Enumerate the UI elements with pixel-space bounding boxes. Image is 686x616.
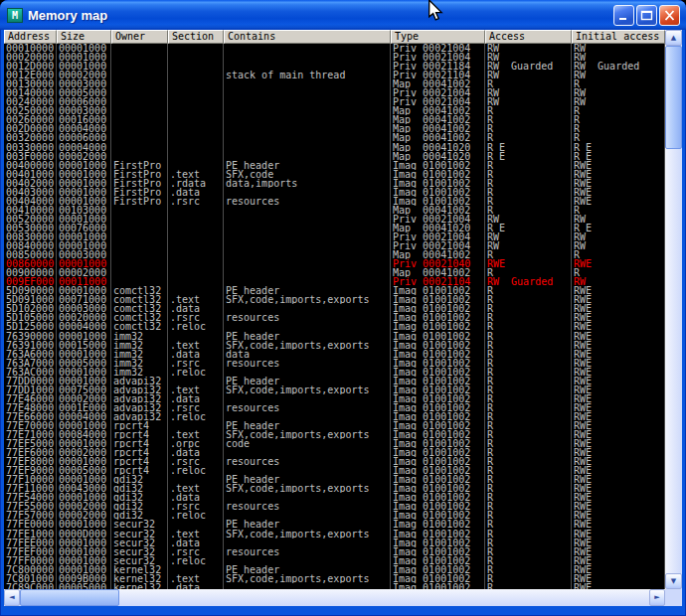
memory-row-77DD1000[interactable]: 77DD100000075000advapi32.textSFX,code,im… <box>4 385 665 394</box>
cell-access: RW <box>485 97 572 106</box>
memory-row-009EF000[interactable]: 009EF00000011000Priv 00021104RW GuardedR… <box>4 277 665 286</box>
memory-row-77FF0000[interactable]: 77FF000000001000secur32.relocImag 010010… <box>4 556 665 565</box>
memory-row-77FE0000[interactable]: 77FE000000001000secur32PE headerImag 010… <box>4 520 665 529</box>
memory-row-77E70000[interactable]: 77E7000000001000rpcrt4PE headerImag 0100… <box>4 421 665 430</box>
cell-access: R <box>485 332 572 341</box>
column-header-access[interactable]: Access <box>485 30 572 44</box>
cell-section <box>168 232 224 241</box>
cell-type: Imag 01001002 <box>391 484 485 493</box>
cell-access: R <box>485 457 572 466</box>
memory-row-7C801000[interactable]: 7C8010000009B000kernel32.textSFX,code,im… <box>4 574 665 583</box>
memory-row-5D090000[interactable]: 5D09000000001000comctl32PE headerImag 01… <box>4 286 665 295</box>
minimize-button[interactable] <box>613 5 634 26</box>
memory-row-00020000[interactable]: 0002000000001000Priv 00021004RWRW <box>4 53 665 62</box>
maximize-button[interactable] <box>636 5 657 26</box>
memory-row-00250000[interactable]: 0025000000003000Map 00041002RR <box>4 106 665 115</box>
memory-row-77EF5000[interactable]: 77EF500000001000rpcrt4.orpccodeImag 0100… <box>4 439 665 448</box>
cell-section <box>168 215 224 224</box>
memory-row-77F57000[interactable]: 77F5700000002000gdi32.relocImag 01001002… <box>4 511 665 520</box>
cell-access: R <box>485 421 572 430</box>
cell-owner: comctl32 <box>111 304 168 313</box>
cell-initial: RWE <box>572 197 665 206</box>
memory-row-77EF9000[interactable]: 77EF900000005000rpcrt4.relocImag 0100100… <box>4 466 665 475</box>
memory-row-00403000[interactable]: 0040300000001000FirstPro.dataImag 010010… <box>4 188 665 197</box>
memory-row-77E71000[interactable]: 77E7100000084000rpcrt4.textSFX,code,impo… <box>4 430 665 439</box>
cell-contains: SFX,code,imports,exports <box>224 430 391 439</box>
memory-row-00330000[interactable]: 0033000000004000Map 00041020R ER E <box>4 143 665 152</box>
memory-row-00400000[interactable]: 0040000000001000FirstProPE headerImag 01… <box>4 161 665 170</box>
memory-row-00840000[interactable]: 0084000000001000Priv 00021004RWRW <box>4 241 665 250</box>
memory-row-77E48000[interactable]: 77E480000001E000advapi32.rsrcresourcesIm… <box>4 403 665 412</box>
memory-row-7C800000[interactable]: 7C80000000001000kernel32PE headerImag 01… <box>4 565 665 574</box>
memory-row-00404000[interactable]: 0040400000001000FirstPro.rsrcresourcesIm… <box>4 197 665 206</box>
cell-owner: gdi32 <box>111 484 168 493</box>
column-header-address[interactable]: Address <box>4 30 57 44</box>
memory-row-763AC000[interactable]: 763AC00000001000imm32.relocImag 01001002… <box>4 368 665 377</box>
memory-row-00410000[interactable]: 0041000000103000Map 00041002RR <box>4 206 665 215</box>
memory-row-00860000[interactable]: 0086000000001000Priv 00021040RWERWE <box>4 259 665 268</box>
memory-row-77F11000[interactable]: 77F1100000043000gdi32.textSFX,code,impor… <box>4 484 665 493</box>
column-header-initial[interactable]: Initial access <box>572 30 665 44</box>
memory-row-77E66000[interactable]: 77E6600000004000advapi32.relocImag 01001… <box>4 412 665 421</box>
memory-row-76390000[interactable]: 7639000000001000imm32PE headerImag 01001… <box>4 332 665 341</box>
column-header-contains[interactable]: Contains <box>224 30 391 44</box>
memory-row-00900000[interactable]: 0090000000002000Map 00041002RR <box>4 268 665 277</box>
scroll-up-arrow[interactable]: ▲ <box>665 30 682 46</box>
memory-row-77F55000[interactable]: 77F5500000002000gdi32.rsrcresourcesImag … <box>4 502 665 511</box>
scroll-right-arrow[interactable]: ► <box>649 589 665 606</box>
memory-row-00830000[interactable]: 0083000000001000Priv 00021004RWRW <box>4 232 665 241</box>
column-header-type[interactable]: Type <box>391 30 485 44</box>
memory-row-77F54000[interactable]: 77F5400000001000gdi32.dataImag 01001002R… <box>4 493 665 502</box>
cell-owner <box>111 268 168 277</box>
cell-size: 00001000 <box>57 259 111 268</box>
memory-row-77DD0000[interactable]: 77DD000000001000advapi32PE headerImag 01… <box>4 377 665 385</box>
memory-row-77EF6000[interactable]: 77EF600000002000rpcrt4.dataImag 01001002… <box>4 448 665 457</box>
scroll-left-arrow[interactable]: ◄ <box>4 589 20 606</box>
memory-row-00140000[interactable]: 0014000000005000Priv 00021004RWRW <box>4 88 665 97</box>
cell-access: R E <box>485 152 572 161</box>
column-header-owner[interactable]: Owner <box>111 30 168 44</box>
column-header-section[interactable]: Section <box>168 30 224 44</box>
cell-initial: RWE <box>572 448 665 457</box>
memory-row-00401000[interactable]: 0040100000001000FirstPro.textSFX,codeIma… <box>4 170 665 179</box>
memory-row-00260000[interactable]: 0026000000016000Map 00041002RR <box>4 115 665 124</box>
memory-row-00130000[interactable]: 0013000000003000Map 00041002RR <box>4 79 665 88</box>
cell-section: .rsrc <box>168 359 224 368</box>
memory-row-00530000[interactable]: 0053000000076000Map 00041020R ER E <box>4 224 665 232</box>
horizontal-scroll-thumb[interactable] <box>20 589 119 606</box>
scroll-down-arrow[interactable]: ▼ <box>665 573 682 589</box>
memory-row-5D125000[interactable]: 5D12500000004000comctl32.relocImag 01001… <box>4 322 665 331</box>
memory-row-763A7000[interactable]: 763A700000005000imm32.rsrcresourcesImag … <box>4 359 665 368</box>
column-header-size[interactable]: Size <box>57 30 111 44</box>
memory-row-00520000[interactable]: 0052000000001000Priv 00021004RWRW <box>4 215 665 224</box>
memory-row-77EF8000[interactable]: 77EF800000001000rpcrt4.rsrcresourcesImag… <box>4 457 665 466</box>
cell-section <box>168 44 224 53</box>
memory-row-77F10000[interactable]: 77F1000000001000gdi32PE headerImag 01001… <box>4 475 665 484</box>
vertical-scrollbar[interactable]: ▲ ▼ <box>665 30 682 589</box>
memory-row-0012D000[interactable]: 0012D00000001000Priv 00021184RW GuardedR… <box>4 62 665 71</box>
horizontal-scrollbar[interactable]: ◄ ► <box>4 589 665 606</box>
memory-row-5D105000[interactable]: 5D10500000020000comctl32.rsrcresourcesIm… <box>4 313 665 322</box>
memory-row-0012E000[interactable]: 0012E00000002000stack of main threadPriv… <box>4 71 665 79</box>
memory-row-77FEF000[interactable]: 77FEF00000001000secur32.rsrcresourcesIma… <box>4 547 665 556</box>
memory-row-002D0000[interactable]: 002D000000004000Map 00041002RR <box>4 124 665 133</box>
cell-address: 00840000 <box>4 241 57 250</box>
memory-row-5D102000[interactable]: 5D10200000003000comctl32.dataImag 010010… <box>4 304 665 313</box>
memory-row-5D091000[interactable]: 5D09100000071000comctl32.textSFX,code,im… <box>4 295 665 304</box>
memory-row-00320000[interactable]: 0032000000006000Map 00041002RR <box>4 133 665 142</box>
memory-row-77FEE000[interactable]: 77FEE00000001000secur32.dataImag 0100100… <box>4 539 665 547</box>
memory-row-00402000[interactable]: 0040200000001000FirstPro.rdatadata,impor… <box>4 179 665 188</box>
memory-row-003F0000[interactable]: 003F000000002000Map 00041020R ER E <box>4 152 665 161</box>
memory-row-77E46000[interactable]: 77E4600000002000advapi32.dataImag 010010… <box>4 394 665 403</box>
vertical-scroll-thumb[interactable] <box>665 46 682 149</box>
memory-row-763A6000[interactable]: 763A600000001000imm32.datadataImag 01001… <box>4 350 665 359</box>
memory-row-00010000[interactable]: 0001000000001000Priv 00021004RWRW <box>4 44 665 53</box>
title-bar[interactable]: M Memory map <box>0 0 686 30</box>
cell-initial: RWE <box>572 313 665 322</box>
memory-row-77FE1000[interactable]: 77FE10000000D000secur32.textSFX,code,imp… <box>4 530 665 539</box>
memory-row-00850000[interactable]: 0085000000003000Map 00041002RR <box>4 250 665 259</box>
memory-row-00240000[interactable]: 0024000000006000Priv 00021004RWRW <box>4 97 665 106</box>
cell-owner <box>111 259 168 268</box>
memory-row-76391000[interactable]: 7639100000015000imm32.textSFX,code,impor… <box>4 341 665 350</box>
close-button[interactable] <box>659 5 680 26</box>
